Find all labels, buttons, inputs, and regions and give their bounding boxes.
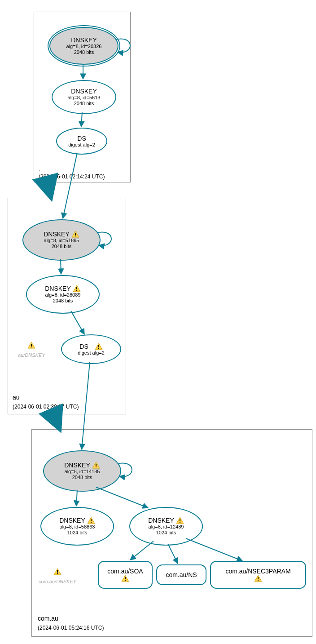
node-title: DNSKEY <box>59 517 85 524</box>
au-ksk-dnskey: DNSKEY alg=8, id=51895 2048 bits <box>22 219 101 261</box>
node-sub2: 1024 bits <box>156 530 176 536</box>
comau-soa-rrset: com.au/SOA <box>98 561 153 589</box>
node-title: com.au/NS <box>166 571 197 578</box>
node-title: DNSKEY <box>64 462 90 469</box>
comau-ns-rrset: com.au/NS <box>156 564 206 585</box>
node-title: DNSKEY <box>148 517 174 524</box>
comau-nsec3param-rrset: com.au/NSEC3PARAM <box>210 561 306 589</box>
node-title: DNSKEY <box>44 231 70 238</box>
comau-zsk2-dnskey: DNSKEY alg=8, id=12489 1024 bits <box>129 507 203 546</box>
node-sub1: alg=8, id=12489 <box>149 524 184 530</box>
au-ds: DS digest alg=2 <box>61 334 121 364</box>
node-title: DS <box>77 135 86 142</box>
node-sub2: 2048 bits <box>74 49 94 55</box>
node-title: com.au/SOA <box>107 568 143 575</box>
warning-icon <box>95 343 103 350</box>
node-sub2: 1024 bits <box>67 530 88 536</box>
zone-au-name: au <box>13 394 20 401</box>
zone-au-ts: (2024-06-01 02:30:37 UTC) <box>13 404 79 410</box>
node-sub2: 2048 bits <box>53 298 73 304</box>
node-sub1: alg=8, id=20326 <box>66 44 102 49</box>
node-sub1: alg=8, id=51895 <box>44 238 79 244</box>
root-zsk-dnskey: DNSKEY alg=8, id=5613 2048 bits <box>52 80 116 114</box>
node-title: com.au/NSEC3PARAM <box>225 568 290 575</box>
node-sub1: alg=8, id=28089 <box>45 292 81 298</box>
zone-warn-label: com.au/DNSKEY <box>39 579 76 584</box>
warning-icon <box>92 462 100 469</box>
zone-comau-ts: (2024-06-01 05:24:16 UTC) <box>38 625 104 631</box>
zone-root-name: . <box>39 165 40 173</box>
zone-root-ts: (2024-06-01 02:14:24 UTC) <box>39 173 105 180</box>
node-title: DNSKEY <box>71 88 97 95</box>
zone-comau-name: com.au <box>38 615 58 622</box>
node-sub1: alg=8, id=14185 <box>65 469 100 475</box>
root-ksk-dnskey: DNSKEY alg=8, id=20326 2048 bits <box>49 27 118 65</box>
warning-icon <box>254 575 262 582</box>
warning-icon <box>87 517 95 524</box>
warning-icon <box>27 342 35 349</box>
node-title: DNSKEY <box>71 36 97 44</box>
warning-icon <box>53 568 61 575</box>
node-title: DS <box>79 343 88 350</box>
node-sub2: 2048 bits <box>72 475 92 480</box>
au-dnskey-warning: au/DNSKEY <box>18 342 45 359</box>
comau-zsk1-dnskey: DNSKEY alg=8, id=58863 1024 bits <box>40 507 114 546</box>
comau-ksk-dnskey: DNSKEY alg=8, id=14185 2048 bits <box>43 450 121 492</box>
node-sub1: alg=8, id=58863 <box>60 524 95 530</box>
zone-warn-label: au/DNSKEY <box>18 352 45 358</box>
warning-icon <box>121 575 129 582</box>
root-ds: DS digest alg=2 <box>56 128 107 155</box>
node-sub1: digest alg=2 <box>68 142 95 148</box>
warning-icon <box>71 231 79 238</box>
au-zsk-dnskey: DNSKEY alg=8, id=28089 2048 bits <box>26 275 100 314</box>
node-title: DNSKEY <box>45 285 71 292</box>
warning-icon <box>73 285 81 292</box>
node-sub2: 2048 bits <box>52 244 72 249</box>
comau-dnskey-warning: com.au/DNSKEY <box>39 568 76 585</box>
node-sub2: 2048 bits <box>74 101 94 107</box>
node-sub1: alg=8, id=5613 <box>68 95 101 101</box>
warning-icon <box>176 517 184 524</box>
node-sub1: digest alg=2 <box>78 350 105 356</box>
